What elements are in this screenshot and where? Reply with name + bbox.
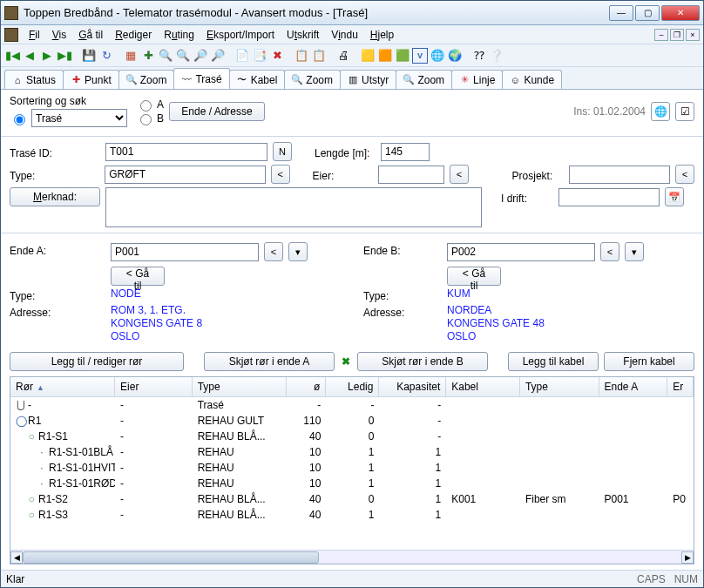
idrift-calendar-button[interactable]: 📅: [665, 187, 684, 206]
prosjekt-dropdown-button[interactable]: <: [675, 165, 694, 184]
n-button[interactable]: N: [273, 142, 292, 161]
table-row[interactable]: ⋃--Trasé---: [10, 397, 694, 413]
tab-linje[interactable]: ✳Linje: [451, 70, 503, 89]
refresh-icon[interactable]: ↻: [98, 48, 114, 64]
zoom-out-icon[interactable]: 🔍: [158, 48, 173, 64]
prosjekt-input[interactable]: [569, 166, 670, 184]
checklist-button[interactable]: ☑: [675, 102, 694, 121]
col-ledig[interactable]: Ledig: [326, 377, 379, 396]
sort-radio-a[interactable]: [140, 100, 152, 112]
ende-a-pick-button[interactable]: <: [264, 242, 283, 261]
ende-a-drop-button[interactable]: ▾: [288, 242, 308, 261]
col-kapasitet[interactable]: Kapasitet: [379, 377, 446, 396]
maximize-button[interactable]: ▢: [635, 5, 660, 21]
minimize-button[interactable]: —: [609, 5, 633, 21]
globe-button[interactable]: 🌐: [651, 102, 670, 121]
zoom-arrow-icon[interactable]: 🔎: [193, 48, 208, 64]
copy-doc-icon[interactable]: 📑: [252, 48, 267, 64]
new-doc-icon[interactable]: 📄: [234, 48, 250, 64]
table-row[interactable]: ·R1-S1-01HVIT-REHAU1011: [10, 460, 694, 476]
type-dropdown-button[interactable]: <: [271, 165, 290, 184]
tool-plus-icon[interactable]: ✚: [140, 48, 156, 64]
menu-fil[interactable]: Fil: [24, 27, 45, 43]
col-diameter[interactable]: ø: [287, 377, 326, 396]
menu-eksport[interactable]: Eksport/Import: [201, 27, 280, 43]
skjot-ende-a-button[interactable]: Skjøt rør i ende A: [204, 352, 335, 371]
merknad-textarea[interactable]: [105, 187, 482, 227]
col-eier[interactable]: Eier: [115, 377, 193, 396]
print-icon[interactable]: 🖨: [335, 48, 351, 64]
skjot-ende-b-button[interactable]: Skjøt rør i ende B: [357, 352, 488, 371]
nav-prev-icon[interactable]: ◀: [22, 48, 37, 64]
table-body[interactable]: ⋃--Trasé---◯R1-REHAU GULT1100-○R1-S1-REH…: [10, 397, 694, 550]
legg-rediger-ror-button[interactable]: Legg til / rediger rør: [10, 352, 184, 371]
col-endea[interactable]: Ende A: [599, 377, 668, 396]
help-icon[interactable]: ❔: [489, 48, 504, 64]
table-row[interactable]: ○R1-S3-REHAU BLÅ...4011: [10, 507, 694, 523]
col-kabel[interactable]: Kabel: [446, 377, 520, 396]
paste-icon[interactable]: 📋: [311, 48, 327, 64]
menu-utskrift[interactable]: Utskrift: [281, 27, 324, 43]
col-type[interactable]: Type: [193, 377, 287, 396]
mdi-minimize[interactable]: –: [654, 29, 668, 41]
tab-trase[interactable]: 〰Trasé: [173, 68, 229, 89]
tab-kabel[interactable]: 〜Kabel: [229, 70, 286, 89]
ende-adresse-button[interactable]: Ende / Adresse: [169, 102, 265, 121]
tab-zoom-2[interactable]: 🔍Zoom: [284, 70, 341, 89]
tab-kunde[interactable]: ☺Kunde: [502, 70, 562, 89]
idrift-input[interactable]: [558, 188, 660, 206]
mdi-restore[interactable]: ❐: [670, 29, 684, 41]
table-row[interactable]: ·R1-S1-01BLÅ-REHAU1011: [10, 444, 694, 460]
legg-kabel-button[interactable]: Legg til kabel: [508, 352, 599, 371]
ende-b-input[interactable]: [447, 243, 595, 261]
flag4-icon[interactable]: V: [412, 48, 428, 64]
globe1-icon[interactable]: 🌐: [430, 48, 445, 64]
type-input[interactable]: [105, 166, 266, 184]
col-ror[interactable]: Rør▲: [10, 377, 115, 396]
tab-utstyr[interactable]: ▥Utstyr: [340, 70, 396, 89]
close-button[interactable]: ✕: [661, 5, 700, 21]
tab-zoom-3[interactable]: 🔍Zoom: [396, 70, 452, 89]
menu-ruting[interactable]: Ruting: [159, 27, 200, 43]
nav-next-icon[interactable]: ▶: [39, 48, 55, 64]
tab-status[interactable]: ⌂Status: [4, 70, 64, 89]
mdi-close[interactable]: ×: [686, 29, 700, 41]
table-row[interactable]: ·R1-S1-01RØD-REHAU1011: [10, 476, 694, 491]
delete-icon[interactable]: ✖: [269, 48, 285, 64]
sort-radio-b[interactable]: [140, 114, 152, 125]
menu-vindu[interactable]: Vindu: [326, 27, 363, 43]
trase-id-input[interactable]: [105, 143, 267, 161]
sort-radio-main[interactable]: [14, 114, 25, 125]
nav-last-icon[interactable]: ▶▮: [57, 48, 72, 64]
ende-a-input[interactable]: [111, 243, 259, 261]
help-pointer-icon[interactable]: ⁇: [471, 48, 487, 64]
scroll-left-icon[interactable]: ◀: [10, 551, 23, 564]
table-row[interactable]: ○R1-S1-REHAU BLÅ...400-: [10, 429, 694, 444]
scroll-right-icon[interactable]: ▶: [681, 551, 694, 564]
menu-gaatil[interactable]: Gå til: [73, 27, 108, 43]
ende-a-goto-button[interactable]: < Gå til: [111, 267, 165, 286]
ende-b-pick-button[interactable]: <: [600, 242, 619, 261]
lengde-input[interactable]: [381, 143, 430, 161]
horizontal-scrollbar[interactable]: ◀ ▶: [10, 550, 694, 564]
fjern-kabel-button[interactable]: Fjern kabel: [604, 352, 694, 371]
sort-combo[interactable]: Trasé: [31, 109, 127, 127]
nav-first-icon[interactable]: ▮◀: [4, 48, 20, 64]
menu-hjelp[interactable]: Hjelp: [365, 27, 399, 43]
zoom-in-icon[interactable]: 🔍: [175, 48, 191, 64]
tab-zoom-1[interactable]: 🔍Zoom: [118, 70, 175, 89]
scroll-thumb[interactable]: [23, 551, 319, 564]
eier-input[interactable]: [378, 166, 444, 184]
tab-punkt[interactable]: ✚Punkt: [63, 70, 119, 89]
flag3-icon[interactable]: 🟩: [395, 48, 410, 64]
eier-dropdown-button[interactable]: <: [450, 165, 469, 184]
col-endeb[interactable]: Er: [667, 377, 694, 396]
zoom-fit-icon[interactable]: 🔎: [210, 48, 226, 64]
menu-rediger[interactable]: Rediger: [110, 27, 157, 43]
globe2-icon[interactable]: 🌍: [447, 48, 463, 64]
col-kabeltype[interactable]: Type: [520, 377, 599, 396]
save-icon[interactable]: 💾: [81, 48, 97, 64]
flag2-icon[interactable]: 🟧: [377, 48, 393, 64]
table-row[interactable]: ◯R1-REHAU GULT1100-: [10, 413, 694, 429]
merknad-button[interactable]: Merknad:: [10, 187, 100, 206]
